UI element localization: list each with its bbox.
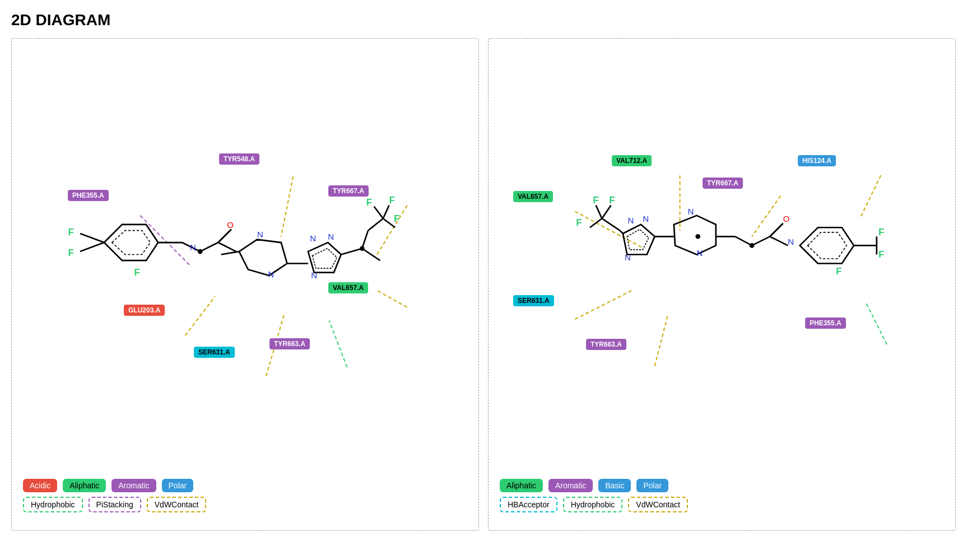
svg-line-2 — [281, 176, 293, 236]
legend-vdwcontact: VdWContact — [147, 497, 207, 512]
svg-marker-59 — [627, 229, 649, 249]
legend2-aromatic: Aromatic — [548, 479, 593, 492]
svg-text:F: F — [394, 213, 399, 224]
svg-line-5 — [377, 291, 407, 307]
svg-line-71 — [752, 236, 770, 245]
svg-text:F: F — [878, 249, 884, 260]
svg-text:N: N — [687, 207, 694, 216]
svg-text:F: F — [576, 217, 582, 228]
svg-marker-22 — [239, 240, 287, 276]
svg-text:F: F — [609, 194, 615, 206]
legend2-hbacceptor: HBAcceptor — [500, 497, 557, 512]
svg-point-77 — [750, 243, 755, 248]
svg-line-19 — [218, 242, 236, 251]
svg-point-42 — [198, 249, 203, 254]
svg-line-73 — [771, 223, 783, 235]
svg-line-70 — [735, 236, 752, 245]
svg-text:N: N — [697, 248, 703, 258]
svg-point-43 — [360, 246, 365, 251]
svg-text:N: N — [311, 270, 317, 280]
svg-marker-8 — [112, 231, 151, 255]
svg-text:F: F — [878, 226, 884, 237]
svg-text:F: F — [366, 197, 372, 208]
legend-aliphatic: Aliphatic — [63, 479, 106, 492]
svg-marker-79 — [808, 232, 847, 259]
diagrams-container: F F F O N N N — [11, 38, 956, 531]
legend2-vdwcontact: VdWContact — [628, 497, 688, 512]
svg-line-53 — [596, 206, 602, 219]
residue-phe355-d2: PHE355.A — [805, 318, 846, 329]
legend-1: Acidic Aliphatic Aromatic Polar Hydropho… — [23, 479, 206, 517]
svg-line-1 — [185, 296, 215, 335]
svg-text:F: F — [68, 247, 74, 258]
svg-line-32 — [368, 218, 383, 230]
svg-line-49 — [860, 175, 881, 218]
residue-ser631-d2: SER631.A — [513, 295, 554, 306]
legend2-aliphatic: Aliphatic — [500, 479, 543, 492]
svg-text:O: O — [227, 220, 234, 230]
residue-his124-d2: HIS124.A — [798, 155, 836, 166]
legend-2: Aliphatic Aromatic Basic Polar HBAccepto… — [500, 479, 688, 517]
svg-text:N: N — [257, 230, 263, 239]
svg-line-6 — [377, 206, 407, 255]
svg-line-35 — [374, 207, 383, 218]
residue-phe355-d1: PHE355.A — [68, 190, 109, 201]
legend-aromatic: Aromatic — [111, 479, 156, 492]
svg-line-16 — [200, 242, 218, 251]
svg-text:O: O — [783, 214, 790, 223]
residue-val657-d2: VAL657.A — [513, 191, 553, 202]
svg-text:F: F — [389, 194, 394, 206]
legend-acidic: Acidic — [23, 479, 57, 492]
residue-val712-d2: VAL712.A — [612, 155, 652, 166]
svg-line-10 — [80, 242, 104, 251]
legend-hydrophobic: Hydrophobic — [23, 497, 83, 512]
svg-marker-28 — [312, 249, 337, 268]
diagram-1: F F F O N N N — [11, 38, 479, 531]
residue-ser631-d1: SER631.A — [194, 347, 235, 358]
legend2-basic: Basic — [598, 479, 631, 492]
svg-text:N: N — [627, 216, 634, 225]
svg-text:N: N — [328, 232, 334, 241]
svg-text:N: N — [310, 234, 316, 243]
svg-point-69 — [695, 234, 700, 239]
residue-glu203-d1: GLU203.A — [124, 305, 165, 316]
svg-line-60 — [620, 231, 622, 234]
svg-line-31 — [362, 231, 368, 249]
svg-text:F: F — [134, 267, 140, 278]
residue-tyr667-d2: TYR667.A — [703, 178, 743, 189]
svg-line-46 — [575, 291, 632, 319]
residue-tyr667-d1: TYR667.A — [328, 185, 369, 197]
diagram-2: F F F N N N N N — [488, 38, 956, 531]
svg-line-34 — [383, 206, 389, 219]
legend-pistacking: PiStacking — [89, 497, 141, 512]
residue-tyr663-d2: TYR663.A — [586, 339, 626, 350]
svg-text:F: F — [593, 194, 598, 206]
legend2-polar: Polar — [636, 479, 668, 492]
svg-line-47 — [655, 315, 668, 366]
legend2-hydrophobic: Hydrophobic — [563, 497, 623, 512]
page-title: 2D DIAGRAM — [11, 11, 956, 29]
svg-line-54 — [602, 206, 611, 219]
legend-polar: Polar — [162, 479, 194, 492]
svg-line-74 — [770, 236, 788, 245]
svg-text:N: N — [190, 242, 196, 252]
svg-line-18 — [219, 229, 231, 241]
svg-marker-65 — [674, 216, 716, 255]
svg-text:N: N — [268, 269, 274, 279]
svg-text:N: N — [625, 253, 631, 262]
svg-line-4 — [329, 320, 347, 367]
svg-line-33 — [383, 218, 395, 227]
residue-val657-d1: VAL657.A — [328, 282, 368, 293]
svg-text:N: N — [643, 214, 649, 223]
svg-line-50 — [866, 302, 886, 344]
residue-tyr548-d1: TYR548.A — [219, 153, 259, 165]
svg-line-29 — [341, 249, 362, 255]
svg-line-51 — [602, 218, 620, 230]
svg-text:N: N — [788, 237, 794, 246]
svg-text:F: F — [836, 265, 842, 277]
svg-line-23 — [221, 251, 239, 254]
svg-text:F: F — [68, 226, 74, 237]
residue-tyr663-d1: TYR663.A — [269, 338, 310, 349]
svg-line-9 — [80, 234, 104, 242]
